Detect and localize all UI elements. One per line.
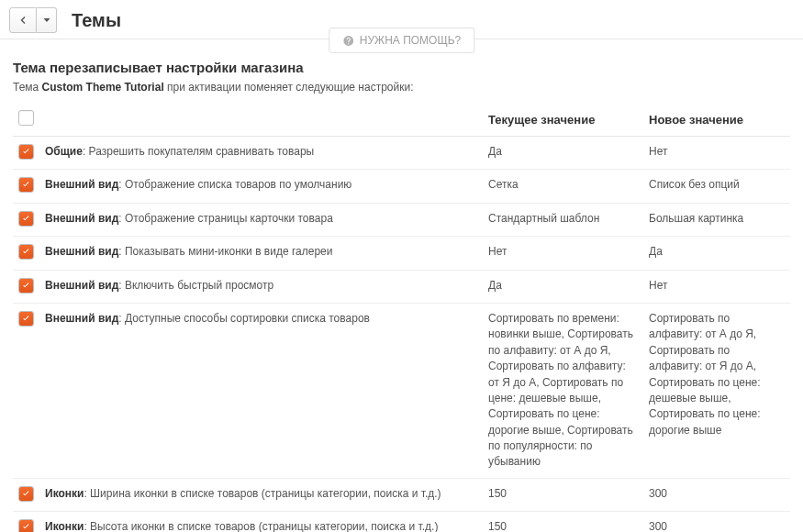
theme-name: Custom Theme Tutorial <box>42 81 164 94</box>
setting-label: Отображение страницы карточки товара <box>125 212 333 225</box>
row-checkbox[interactable] <box>18 177 34 193</box>
page-title: Темы <box>72 10 121 31</box>
row-checkbox[interactable] <box>18 519 34 532</box>
current-value: 150 <box>483 512 643 532</box>
section-title: Тема перезаписывает настройки магазина <box>13 60 790 75</box>
settings-table: Текущее значение Новое значение Общие: Р… <box>13 103 790 532</box>
setting-group: Внешний вид <box>45 312 118 325</box>
select-all-checkbox[interactable] <box>18 110 34 126</box>
help-label: НУЖНА ПОМОЩЬ? <box>360 34 461 47</box>
column-header-new: Новое значение <box>643 103 790 137</box>
setting-label: Доступные способы сортировки списка това… <box>125 312 370 325</box>
help-pill[interactable]: НУЖНА ПОМОЩЬ? <box>329 28 474 53</box>
row-checkbox[interactable] <box>18 486 34 502</box>
setting-cell: Внешний вид: Включить быстрый просмотр <box>39 270 483 303</box>
back-button[interactable] <box>9 7 37 33</box>
setting-cell: Общие: Разрешить покупателям сравнивать … <box>39 137 483 170</box>
table-row: Общие: Разрешить покупателям сравнивать … <box>13 137 790 170</box>
new-value: Большая картинка <box>643 203 790 236</box>
table-row: Иконки: Высота иконки в списке товаров (… <box>13 512 790 532</box>
row-checkbox[interactable] <box>18 211 34 227</box>
current-value: 150 <box>483 478 643 511</box>
current-value: Сетка <box>483 170 643 203</box>
current-value: Сортировать по времени: новинки выше, Со… <box>483 303 643 478</box>
new-value: Список без опций <box>643 170 790 203</box>
setting-group: Внешний вид <box>45 212 118 225</box>
new-value: Нет <box>643 137 790 170</box>
table-row: Внешний вид: Отображение страницы карточ… <box>13 203 790 236</box>
intro-line: Тема Custom Theme Tutorial при активации… <box>13 81 790 94</box>
current-value: Стандартный шаблон <box>483 203 643 236</box>
setting-cell: Иконки: Ширина иконки в списке товаров (… <box>39 478 483 511</box>
setting-label: Показывать мини-иконки в виде галереи <box>125 245 332 258</box>
setting-group: Внешний вид <box>45 178 118 191</box>
caret-down-icon <box>41 15 52 26</box>
setting-cell: Иконки: Высота иконки в списке товаров (… <box>39 512 483 532</box>
setting-group: Внешний вид <box>45 245 118 258</box>
setting-group: Внешний вид <box>45 279 118 292</box>
current-value: Да <box>483 270 643 303</box>
help-icon <box>342 35 354 47</box>
setting-label: Высота иконки в списке товаров (страницы… <box>90 520 438 532</box>
setting-cell: Внешний вид: Отображение списка товаров … <box>39 170 483 203</box>
arrow-left-icon <box>17 15 28 26</box>
new-value: Да <box>643 237 790 270</box>
setting-label: Отображение списка товаров по умолчанию <box>125 178 351 191</box>
setting-group: Иконки <box>45 520 84 532</box>
row-checkbox[interactable] <box>18 311 34 327</box>
table-row: Внешний вид: Доступные способы сортировк… <box>13 303 790 478</box>
back-dropdown-button[interactable] <box>37 7 57 33</box>
table-row: Иконки: Ширина иконки в списке товаров (… <box>13 478 790 511</box>
row-checkbox[interactable] <box>18 244 34 260</box>
row-checkbox[interactable] <box>18 278 34 294</box>
table-row: Внешний вид: Отображение списка товаров … <box>13 170 790 203</box>
back-button-group <box>9 7 57 33</box>
column-header-current: Текущее значение <box>483 103 643 137</box>
current-value: Да <box>483 137 643 170</box>
table-row: Внешний вид: Включить быстрый просмотрДа… <box>13 270 790 303</box>
setting-group: Иконки <box>45 487 84 500</box>
new-value: Сортировать по алфавиту: от А до Я, Сорт… <box>643 303 790 478</box>
setting-label: Ширина иконки в списке товаров (страницы… <box>90 487 441 500</box>
new-value: 300 <box>643 512 790 532</box>
current-value: Нет <box>483 237 643 270</box>
setting-cell: Внешний вид: Доступные способы сортировк… <box>39 303 483 478</box>
setting-group: Общие <box>45 145 83 158</box>
setting-cell: Внешний вид: Отображение страницы карточ… <box>39 203 483 236</box>
table-row: Внешний вид: Показывать мини-иконки в ви… <box>13 237 790 270</box>
setting-label: Включить быстрый просмотр <box>125 279 273 292</box>
setting-cell: Внешний вид: Показывать мини-иконки в ви… <box>39 237 483 270</box>
setting-label: Разрешить покупателям сравнивать товары <box>89 145 315 158</box>
new-value: 300 <box>643 478 790 511</box>
row-checkbox[interactable] <box>18 144 34 160</box>
new-value: Нет <box>643 270 790 303</box>
